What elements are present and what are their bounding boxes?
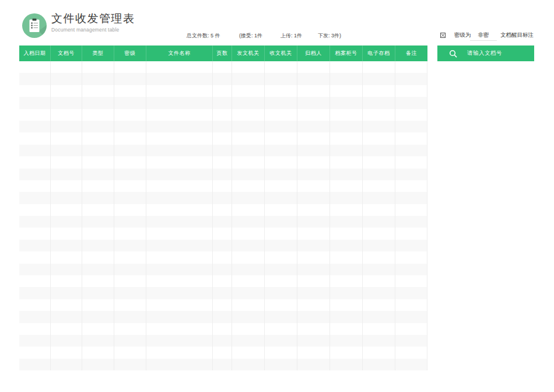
table-cell[interactable] [297, 192, 330, 204]
table-cell[interactable] [114, 299, 146, 311]
table-cell[interactable] [232, 287, 265, 299]
table-cell[interactable] [232, 180, 265, 192]
table-cell[interactable] [363, 73, 395, 85]
table-cell[interactable] [51, 169, 82, 180]
table-cell[interactable] [213, 240, 232, 251]
table-cell[interactable] [213, 251, 232, 263]
table-cell[interactable] [265, 323, 297, 335]
table-cell[interactable] [363, 275, 395, 287]
table-cell[interactable] [82, 132, 114, 144]
table-cell[interactable] [330, 97, 363, 108]
table-cell[interactable] [265, 145, 297, 156]
table-cell[interactable] [114, 275, 146, 287]
table-cell[interactable] [51, 275, 82, 287]
table-cell[interactable] [395, 180, 427, 192]
table-cell[interactable] [330, 61, 363, 73]
table-row[interactable] [19, 323, 427, 335]
table-cell[interactable] [395, 145, 427, 156]
table-cell[interactable] [146, 145, 213, 156]
table-cell[interactable] [265, 335, 297, 346]
table-cell[interactable] [19, 109, 51, 121]
table-cell[interactable] [114, 264, 146, 275]
table-cell[interactable] [363, 85, 395, 97]
table-cell[interactable] [395, 132, 427, 144]
table-row[interactable] [19, 192, 427, 204]
table-cell[interactable] [114, 311, 146, 323]
table-row[interactable] [19, 287, 427, 299]
table-cell[interactable] [114, 251, 146, 263]
table-cell[interactable] [82, 275, 114, 287]
table-cell[interactable] [213, 73, 232, 85]
table-cell[interactable] [363, 169, 395, 180]
table-cell[interactable] [213, 109, 232, 121]
table-cell[interactable] [146, 204, 213, 216]
table-cell[interactable] [213, 346, 232, 358]
table-cell[interactable] [232, 156, 265, 168]
table-cell[interactable] [51, 228, 82, 239]
table-cell[interactable] [82, 121, 114, 132]
table-cell[interactable] [232, 61, 265, 73]
table-cell[interactable] [232, 299, 265, 311]
table-cell[interactable] [146, 287, 213, 299]
table-cell[interactable] [330, 287, 363, 299]
table-cell[interactable] [297, 180, 330, 192]
table-cell[interactable] [297, 311, 330, 323]
table-cell[interactable] [330, 251, 363, 263]
table-cell[interactable] [265, 275, 297, 287]
table-cell[interactable] [19, 251, 51, 263]
table-cell[interactable] [82, 335, 114, 346]
table-cell[interactable] [330, 132, 363, 144]
table-cell[interactable] [232, 359, 265, 370]
table-cell[interactable] [395, 156, 427, 168]
table-cell[interactable] [213, 264, 232, 275]
table-cell[interactable] [114, 61, 146, 73]
table-cell[interactable] [363, 299, 395, 311]
table-cell[interactable] [114, 323, 146, 335]
table-cell[interactable] [82, 240, 114, 251]
table-cell[interactable] [19, 121, 51, 132]
table-cell[interactable] [82, 180, 114, 192]
table-cell[interactable] [19, 323, 51, 335]
table-cell[interactable] [297, 85, 330, 97]
table-row[interactable] [19, 85, 427, 97]
table-cell[interactable] [213, 359, 232, 370]
table-cell[interactable] [265, 180, 297, 192]
table-cell[interactable] [232, 311, 265, 323]
table-row[interactable] [19, 346, 427, 358]
table-cell[interactable] [82, 359, 114, 370]
table-cell[interactable] [146, 346, 213, 358]
table-cell[interactable] [395, 97, 427, 108]
table-cell[interactable] [51, 287, 82, 299]
table-cell[interactable] [51, 264, 82, 275]
table-cell[interactable] [395, 204, 427, 216]
table-cell[interactable] [330, 240, 363, 251]
table-cell[interactable] [146, 85, 213, 97]
table-cell[interactable] [363, 228, 395, 239]
table-cell[interactable] [213, 156, 232, 168]
table-cell[interactable] [232, 264, 265, 275]
table-cell[interactable] [19, 240, 51, 251]
table-cell[interactable] [232, 145, 265, 156]
table-cell[interactable] [395, 61, 427, 73]
table-cell[interactable] [395, 240, 427, 251]
table-cell[interactable] [213, 192, 232, 204]
table-cell[interactable] [232, 109, 265, 121]
table-cell[interactable] [265, 97, 297, 108]
table-cell[interactable] [330, 85, 363, 97]
table-cell[interactable] [51, 73, 82, 85]
table-cell[interactable] [297, 359, 330, 370]
table-cell[interactable] [265, 264, 297, 275]
table-cell[interactable] [146, 73, 213, 85]
table-cell[interactable] [114, 97, 146, 108]
table-cell[interactable] [51, 335, 82, 346]
table-cell[interactable] [51, 156, 82, 168]
table-cell[interactable] [146, 275, 213, 287]
table-cell[interactable] [213, 204, 232, 216]
table-cell[interactable] [19, 275, 51, 287]
table-cell[interactable] [213, 180, 232, 192]
table-cell[interactable] [232, 73, 265, 85]
table-cell[interactable] [146, 323, 213, 335]
table-cell[interactable] [51, 121, 82, 132]
table-cell[interactable] [395, 311, 427, 323]
table-cell[interactable] [297, 169, 330, 180]
